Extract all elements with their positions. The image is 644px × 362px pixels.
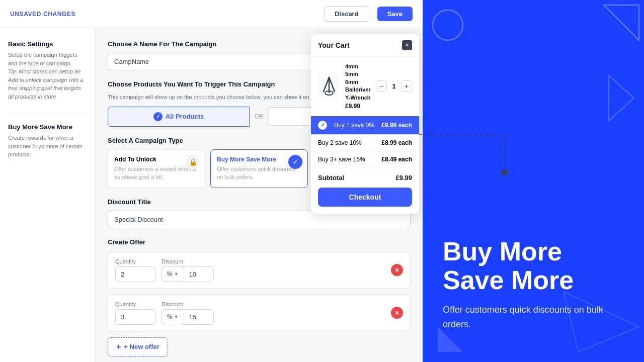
tier-row-1[interactable]: ✓ Buy 1 save 0% £9.99 each bbox=[311, 116, 419, 135]
qty-label-2: Quantity bbox=[115, 301, 155, 307]
tier-price-3: £8.49 each bbox=[381, 156, 412, 163]
discard-button[interactable]: Discard bbox=[324, 6, 369, 22]
checkout-button[interactable]: Checkout bbox=[318, 188, 412, 207]
product-name: 4mm 5mm 6mm Balldriver Y-Wrench bbox=[345, 63, 371, 102]
cart-subtotal-row: Subtotal £9.99 bbox=[311, 168, 419, 188]
right-heading: Buy More Save More bbox=[443, 237, 624, 295]
tier-price-2: £8.99 each bbox=[381, 139, 412, 146]
unsaved-changes-label: UNSAVED CHANGES bbox=[10, 11, 316, 18]
create-offer-label: Create Offer bbox=[108, 238, 411, 246]
discount-type-btn-1[interactable]: % ▼ bbox=[162, 266, 184, 282]
qty-input-1[interactable] bbox=[115, 266, 155, 282]
discount-val-input-1[interactable] bbox=[184, 266, 214, 282]
or-divider: OR bbox=[250, 113, 269, 120]
campaign-card-bmsm[interactable]: ✓ Buy More Save More Offer customers qui… bbox=[210, 149, 308, 188]
product-info: 4mm 5mm 6mm Balldriver Y-Wrench £9.99 bbox=[345, 63, 371, 110]
qty-value: 1 bbox=[390, 82, 398, 90]
offer-qty-col-1: Quantity bbox=[115, 258, 155, 282]
offer-discount-col-1: Discount % ▼ bbox=[162, 258, 214, 282]
sidebar-basic-settings-title: Basic Settings bbox=[8, 40, 87, 48]
qty-decrease-btn[interactable]: − bbox=[376, 80, 387, 92]
product-price: £9.99 bbox=[345, 103, 371, 110]
card-desc-0: Offer customers a reward when a purchase… bbox=[114, 165, 199, 182]
discount-type-btn-2[interactable]: % ▼ bbox=[162, 309, 184, 324]
qty-control: − 1 + bbox=[376, 80, 412, 92]
tier-row-3[interactable]: Buy 3+ save 15% £8.49 each bbox=[311, 151, 419, 168]
right-subtext: Offer customers quick discounts on bulk … bbox=[443, 303, 624, 332]
plus-icon: + bbox=[116, 342, 121, 351]
cart-panel: Your Cart × 4mm 5mm 6mm Balldriver Y-Wre… bbox=[311, 34, 419, 214]
svg-marker-2 bbox=[609, 75, 634, 121]
offer-qty-col-2: Quantity bbox=[115, 301, 155, 325]
offer-row-2: Quantity Discount % ▼ × bbox=[108, 295, 411, 331]
svg-marker-0 bbox=[604, 5, 639, 40]
right-panel-text: Buy More Save More Offer customers quick… bbox=[423, 237, 644, 332]
sidebar: Basic Settings Setup the campaign trigge… bbox=[0, 28, 96, 362]
discount-val-input-2[interactable] bbox=[184, 309, 214, 325]
campaign-card-add-to-unlock[interactable]: 🔒 Add To Unlock Offer customers a reward… bbox=[108, 149, 205, 188]
tier-row-2[interactable]: Buy 2 save 10% £8.99 each bbox=[311, 135, 419, 151]
tier-price-1: £9.99 each bbox=[381, 122, 412, 129]
sidebar-bmsm-title: Buy More Save More bbox=[8, 123, 87, 131]
offer-row-1: Quantity Discount % ▼ × bbox=[108, 252, 411, 289]
new-offer-button[interactable]: + + New offer bbox=[108, 337, 168, 356]
qty-label-1: Quantity bbox=[115, 258, 155, 264]
tier-check-icon: ✓ bbox=[318, 121, 327, 130]
cart-product-row: 4mm 5mm 6mm Balldriver Y-Wrench £9.99 − … bbox=[311, 57, 419, 116]
all-products-button[interactable]: ✓ All Products bbox=[108, 107, 250, 127]
product-image bbox=[318, 75, 340, 97]
cart-close-button[interactable]: × bbox=[402, 40, 412, 50]
all-products-check-icon: ✓ bbox=[153, 112, 163, 121]
discount-group-2: % ▼ bbox=[162, 309, 214, 325]
checkmark-icon: ✓ bbox=[288, 155, 302, 169]
cart-header: Your Cart × bbox=[311, 34, 419, 57]
delete-offer-btn-1[interactable]: × bbox=[391, 264, 403, 276]
svg-line-6 bbox=[329, 77, 335, 92]
sidebar-basic-settings-desc: Setup the campaign triggers and the type… bbox=[8, 51, 87, 101]
save-button[interactable]: Save bbox=[377, 7, 413, 21]
svg-point-1 bbox=[433, 10, 463, 40]
svg-line-5 bbox=[324, 77, 329, 92]
discount-label-1: Discount bbox=[162, 258, 214, 264]
tier-label-3: Buy 3+ save 15% bbox=[318, 156, 365, 163]
subtotal-value: £9.99 bbox=[395, 174, 412, 182]
card-desc-1: Offer customers quick discounts on bulk … bbox=[217, 165, 301, 182]
offer-discount-col-2: Discount % ▼ bbox=[162, 301, 214, 325]
delete-offer-btn-2[interactable]: × bbox=[391, 307, 403, 319]
lock-icon: 🔒 bbox=[186, 155, 200, 169]
tier-label-2: Buy 2 save 10% bbox=[318, 139, 362, 146]
top-bar: UNSAVED CHANGES Discard Save bbox=[0, 0, 423, 28]
qty-increase-btn[interactable]: + bbox=[401, 80, 412, 92]
qty-input-2[interactable] bbox=[115, 309, 155, 325]
sidebar-bmsm-desc: Create rewards for when a customer buys … bbox=[8, 134, 87, 159]
tier-label-1: Buy 1 save 0% bbox=[334, 122, 374, 129]
discount-label-2: Discount bbox=[162, 301, 214, 307]
cart-title: Your Cart bbox=[318, 41, 350, 49]
subtotal-label: Subtotal bbox=[318, 174, 344, 182]
discount-group-1: % ▼ bbox=[162, 266, 214, 282]
